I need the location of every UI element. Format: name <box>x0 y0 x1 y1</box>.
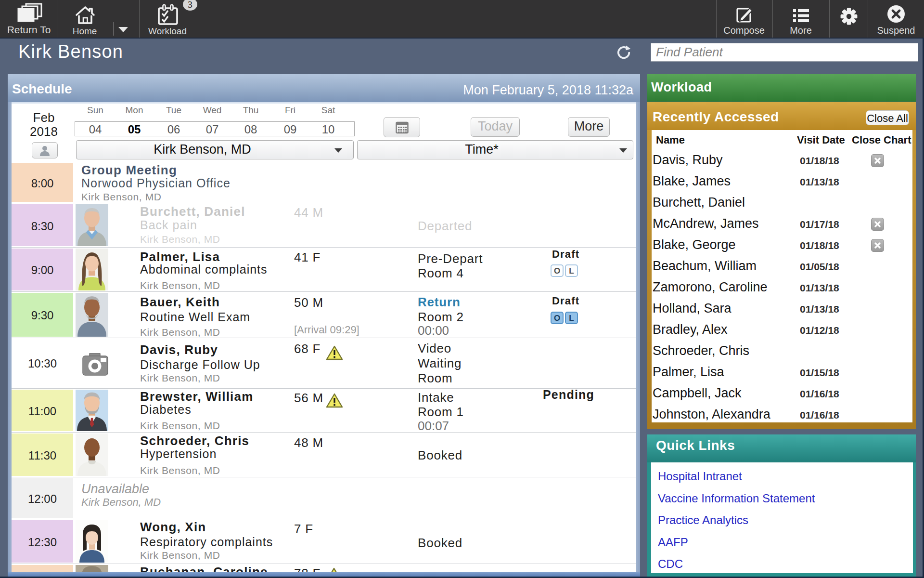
svg-text:3: 3 <box>188 0 192 10</box>
